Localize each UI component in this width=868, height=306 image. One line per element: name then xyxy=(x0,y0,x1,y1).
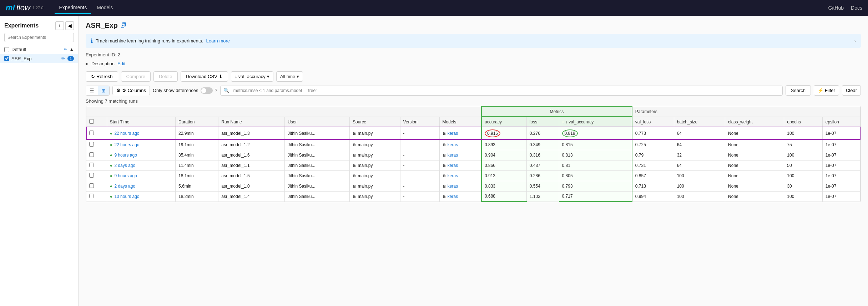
row-accuracy: 0.913 xyxy=(481,170,526,181)
delete-button[interactable]: Delete xyxy=(153,71,178,82)
columns-button[interactable]: ⚙ ⚙ Columns xyxy=(112,86,150,95)
sidebar-header: Experiments + ◀ xyxy=(0,20,78,33)
row-select-checkbox[interactable] xyxy=(89,183,94,188)
select-all-checkbox[interactable] xyxy=(89,119,94,124)
compare-button[interactable]: Compare xyxy=(121,71,151,82)
row-class-weight: None xyxy=(725,191,784,202)
search-button[interactable]: Search xyxy=(786,85,811,96)
row-model[interactable]: 🗎 keras xyxy=(439,160,481,170)
description-toggle[interactable]: ▶ xyxy=(86,62,89,66)
filter-button[interactable]: ⚡ Filter xyxy=(814,85,839,96)
sidebar-item-label-default: Default xyxy=(11,47,62,52)
row-epsilon: 1e-07 xyxy=(822,150,860,160)
row-loss: 1.103 xyxy=(526,191,559,202)
diff-toggle-switch[interactable] xyxy=(201,87,213,94)
row-start-time[interactable]: ● 2 days ago xyxy=(107,160,175,170)
compare-label: Compare xyxy=(126,74,145,79)
row-epochs: 100 xyxy=(784,127,822,139)
row-select-checkbox[interactable] xyxy=(89,173,94,178)
filter-search-input[interactable] xyxy=(232,86,782,95)
row-select-checkbox[interactable] xyxy=(89,152,94,157)
asr-exp-badge: 1 xyxy=(67,56,74,61)
nav-items: Experiments Models xyxy=(55,2,117,14)
default-edit-icon[interactable]: ✏ xyxy=(64,47,67,52)
row-duration: 19.1min xyxy=(175,139,218,150)
asr-exp-checkbox[interactable] xyxy=(4,56,9,61)
row-model[interactable]: 🗎 keras xyxy=(439,139,481,150)
row-model[interactable]: 🗎 keras xyxy=(439,191,481,202)
search-experiments-input[interactable] xyxy=(4,33,74,42)
row-model[interactable]: 🗎 keras xyxy=(439,150,481,160)
add-experiment-button[interactable]: + xyxy=(55,21,64,30)
col-epochs: epochs xyxy=(784,117,822,127)
col-val-accuracy[interactable]: ↓ ↓ val_accuracy xyxy=(559,117,632,127)
row-select-checkbox[interactable] xyxy=(89,194,94,198)
showing-count: Showing 7 matching runs xyxy=(86,98,861,104)
row-user: Jithin Sasiku... xyxy=(285,170,350,181)
row-val-accuracy: 0.815 xyxy=(559,139,632,150)
row-checkbox[interactable] xyxy=(86,150,107,160)
refresh-button[interactable]: ↻ Refresh xyxy=(86,71,118,82)
docs-link[interactable]: Docs xyxy=(851,5,862,11)
row-select-checkbox[interactable] xyxy=(89,142,94,147)
github-link[interactable]: GitHub xyxy=(828,5,844,11)
row-batch-size: 100 xyxy=(674,170,725,181)
collapse-sidebar-button[interactable]: ◀ xyxy=(65,21,74,30)
row-start-time[interactable]: ● 9 hours ago xyxy=(107,150,175,160)
row-val-loss: 0.773 xyxy=(632,127,674,139)
row-user: Jithin Sasiku... xyxy=(285,127,350,139)
row-start-time[interactable]: ● 22 hours ago xyxy=(107,127,175,139)
col-checkbox xyxy=(86,117,107,127)
filter-icon: ⚡ xyxy=(818,88,823,93)
row-start-time[interactable]: ● 10 hours ago xyxy=(107,191,175,202)
row-select-checkbox[interactable] xyxy=(89,131,94,135)
row-loss: 0.276 xyxy=(526,127,559,139)
asr-exp-edit-icon[interactable]: ✏ xyxy=(61,56,65,61)
row-val-loss: 0.725 xyxy=(632,139,674,150)
description-label: Description xyxy=(91,61,115,66)
sidebar-item-asr-exp[interactable]: ASR_Exp ✏ 1 xyxy=(0,54,78,63)
row-model[interactable]: 🗎 keras xyxy=(439,170,481,181)
row-start-time[interactable]: ● 2 days ago xyxy=(107,181,175,191)
sidebar-item-default[interactable]: Default ✏ ▲ xyxy=(0,45,78,54)
default-checkbox[interactable] xyxy=(4,47,9,52)
row-source: 🗎 main.py xyxy=(350,150,400,160)
row-checkbox[interactable] xyxy=(86,139,107,150)
col-user: User xyxy=(285,117,350,127)
download-csv-button[interactable]: Download CSV ⬇ xyxy=(181,71,228,82)
copy-experiment-icon[interactable]: 🗐 xyxy=(121,22,126,29)
grid-view-button[interactable]: ⊞ xyxy=(98,86,109,95)
sort-by-select[interactable]: ↓ val_accuracy ▾ xyxy=(231,71,273,82)
row-run-name: asr_model_1.4 xyxy=(218,191,285,202)
row-select-checkbox[interactable] xyxy=(89,163,94,167)
learn-more-link[interactable]: Learn more xyxy=(206,38,230,44)
nav-models[interactable]: Models xyxy=(92,2,117,14)
clear-button[interactable]: Clear xyxy=(842,85,861,96)
row-checkbox[interactable] xyxy=(86,170,107,181)
table-row: ● 9 hours ago 18.1min asr_model_1.5 Jith… xyxy=(86,170,861,181)
row-checkbox[interactable] xyxy=(86,181,107,191)
list-view-button[interactable]: ☰ xyxy=(86,86,98,95)
row-epsilon: 1e-07 xyxy=(822,139,860,150)
row-class-weight: None xyxy=(725,139,784,150)
row-run-name: asr_model_1.2 xyxy=(218,139,285,150)
row-epochs: 100 xyxy=(784,150,822,160)
columns-label: ⚙ Columns xyxy=(122,88,146,93)
delete-label: Delete xyxy=(159,74,172,79)
row-class-weight: None xyxy=(725,181,784,191)
nav-experiments[interactable]: Experiments xyxy=(55,2,91,14)
row-user: Jithin Sasiku... xyxy=(285,150,350,160)
row-model[interactable]: 🗎 keras xyxy=(439,127,481,139)
banner-close-icon[interactable]: › xyxy=(854,38,856,44)
row-start-time[interactable]: ● 22 hours ago xyxy=(107,139,175,150)
row-batch-size: 100 xyxy=(674,191,725,202)
help-icon[interactable]: ? xyxy=(215,88,217,93)
description-edit-link[interactable]: Edit xyxy=(117,61,125,66)
time-filter-select[interactable]: All time ▾ xyxy=(276,71,303,82)
row-checkbox[interactable] xyxy=(86,191,107,202)
logo-version: 1.27.0 xyxy=(32,6,44,10)
row-start-time[interactable]: ● 9 hours ago xyxy=(107,170,175,181)
row-checkbox[interactable] xyxy=(86,160,107,170)
row-model[interactable]: 🗎 keras xyxy=(439,181,481,191)
row-checkbox[interactable] xyxy=(86,127,107,139)
